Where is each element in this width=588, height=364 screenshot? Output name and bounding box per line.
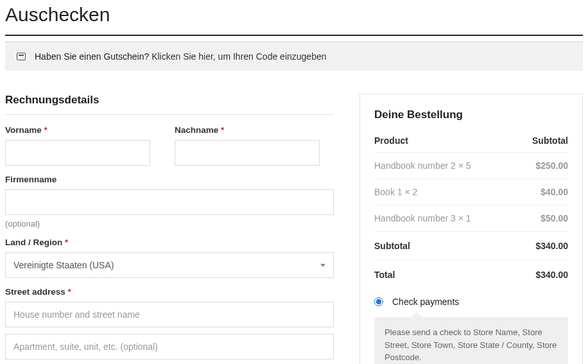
col-subtotal: Subtotal xyxy=(532,135,568,146)
country-value: Vereinigte Staaten (USA) xyxy=(13,260,114,270)
order-item-row: Book 1 × 2$40.00 xyxy=(374,179,568,205)
coupon-text: Haben Sie einen Gutschein? Klicken Sie h… xyxy=(35,51,327,62)
country-select[interactable]: Vereinigte Staaten (USA) xyxy=(5,252,334,278)
order-summary: Deine Bestellung Product Subtotal Handbo… xyxy=(359,94,583,364)
subtotal-label: Subtotal xyxy=(374,241,410,251)
col-product: Product xyxy=(374,135,408,146)
street1-input[interactable] xyxy=(5,302,334,327)
billing-section: Rechnungsdetails Vorname * Nachname * Fi… xyxy=(5,94,334,364)
street-label: Street address * xyxy=(5,287,334,297)
coupon-toggle-link[interactable]: Klicken Sie hier, um Ihren Code einzugeb… xyxy=(151,51,326,62)
total-label: Total xyxy=(374,270,395,280)
payment-check-option[interactable]: Check payments xyxy=(374,293,568,311)
coupon-question: Haben Sie einen Gutschein? xyxy=(35,51,149,62)
chevron-down-icon xyxy=(320,264,325,267)
firstname-input[interactable] xyxy=(5,140,150,166)
company-optional: (optional) xyxy=(5,219,334,229)
item-price: $50.00 xyxy=(540,213,568,223)
order-heading: Deine Bestellung xyxy=(374,108,568,121)
payment-check-description: Please send a check to Store Name, Store… xyxy=(374,317,568,364)
lastname-label: Nachname * xyxy=(175,125,320,135)
street2-input[interactable] xyxy=(5,334,334,360)
item-price: $250.00 xyxy=(535,160,568,171)
billing-heading: Rechnungsdetails xyxy=(5,94,334,115)
order-item-row: Handbook number 3 × 1$50.00 xyxy=(374,205,568,232)
divider xyxy=(5,35,583,36)
subtotal-value: $340.00 xyxy=(535,241,568,251)
country-label: Land / Region * xyxy=(5,238,334,247)
company-label: Firmenname xyxy=(5,175,334,184)
payment-check-radio[interactable] xyxy=(374,297,383,306)
coupon-notice: Haben Sie einen Gutschein? Klicken Sie h… xyxy=(5,41,583,71)
company-input[interactable] xyxy=(5,189,334,215)
item-price: $40.00 xyxy=(540,187,568,197)
coupon-icon xyxy=(17,53,26,60)
payment-check-label: Check payments xyxy=(392,297,459,307)
total-value: $340.00 xyxy=(535,270,568,280)
item-name: Handbook number 3 xyxy=(374,213,456,223)
item-name: Book 1 xyxy=(374,187,402,197)
order-item-row: Handbook number 2 × 5$250.00 xyxy=(374,153,568,179)
lastname-input[interactable] xyxy=(175,140,320,166)
firstname-label: Vorname * xyxy=(5,125,150,135)
item-qty: × 2 xyxy=(404,187,417,197)
item-qty: × 1 xyxy=(458,213,471,223)
item-qty: × 5 xyxy=(458,160,471,171)
page-title: Auschecken xyxy=(5,4,583,26)
item-name: Handbook number 2 xyxy=(374,160,456,171)
